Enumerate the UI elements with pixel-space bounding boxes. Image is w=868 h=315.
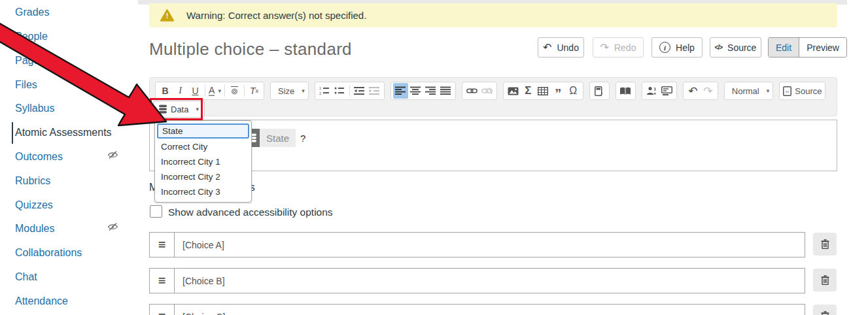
trash-icon	[821, 239, 829, 249]
list-group: 12	[315, 82, 385, 100]
warning-triangle-icon: !	[160, 9, 174, 22]
italic-icon[interactable]: I	[173, 83, 188, 99]
toolbar-redo-icon[interactable]: ↷	[701, 83, 716, 99]
feedback-card-icon[interactable]	[659, 83, 674, 99]
sidebar-item-modules[interactable]: Modules	[15, 223, 54, 235]
drag-handle-icon[interactable]: ≡	[150, 233, 175, 257]
data-token[interactable]: State ?	[245, 129, 305, 147]
sidebar-item-syllabus[interactable]: Syllabus	[15, 103, 54, 114]
trash-icon	[821, 311, 829, 315]
menu-item-state[interactable]: State	[157, 124, 249, 139]
sidebar-item-attendance[interactable]: Attendance	[15, 295, 68, 307]
data-dropdown-button[interactable]: Data ▾	[153, 101, 205, 118]
special-char-omega-icon[interactable]: Ω	[566, 83, 581, 99]
math-sigma-icon[interactable]: Σ	[521, 83, 536, 99]
align-group	[391, 82, 456, 100]
toolbar-source-button[interactable]: ‹› Source	[782, 83, 823, 99]
question-suffix: ?	[300, 133, 305, 144]
text-color-icon[interactable]: A ▾	[207, 83, 222, 99]
redo-icon: ↷	[600, 41, 609, 54]
question-editor-area[interactable]: State ?	[149, 120, 837, 171]
svg-text:♪: ♪	[600, 89, 603, 96]
preview-tab[interactable]: Preview	[799, 38, 846, 57]
toolbar-undo-icon[interactable]: ↶	[686, 83, 701, 99]
hidden-eye-icon	[107, 150, 118, 159]
image-icon[interactable]	[506, 83, 521, 99]
audio-media-icon[interactable]: ♪	[592, 83, 607, 99]
info-icon: i	[659, 42, 670, 53]
font-size-group: Size▾	[270, 82, 309, 100]
choice-row-b: ≡ [Choice B]	[149, 268, 805, 293]
unlink-icon[interactable]	[479, 83, 495, 99]
choice-text-input[interactable]: [Choice B]	[175, 269, 805, 293]
edit-preview-toggle: Edit Preview	[768, 37, 847, 58]
justify-icon[interactable]	[438, 83, 453, 99]
sidebar-item-collaborations[interactable]: Collaborations	[15, 247, 82, 259]
book-icon[interactable]	[618, 83, 633, 99]
drag-handle-icon[interactable]: ≡	[150, 305, 175, 315]
align-left-icon[interactable]	[393, 83, 408, 99]
sidebar-item-outcomes[interactable]: Outcomes	[15, 151, 63, 163]
decrease-indent-icon[interactable]	[352, 83, 367, 99]
underline-icon[interactable]: U	[188, 83, 203, 99]
token-label: State	[260, 129, 296, 147]
data-dropdown-menu: State Correct City Incorrect City 1 Inco…	[154, 120, 252, 203]
hidden-eye-icon	[107, 222, 118, 231]
sidebar-item-grades[interactable]: Grades	[15, 7, 49, 18]
overline-circle-icon[interactable]: ⊚	[227, 83, 242, 99]
page-title: Multiple choice – standard	[149, 39, 352, 59]
choice-row-c: ≡ [Choice C]	[149, 304, 805, 315]
link-icon[interactable]	[464, 83, 479, 99]
source-button[interactable]: </> Source	[710, 37, 761, 58]
menu-item-correct-city[interactable]: Correct City	[155, 139, 251, 154]
table-icon[interactable]	[536, 83, 551, 99]
book-group	[616, 82, 636, 100]
delete-choice-b-button[interactable]	[813, 269, 837, 291]
insert-group: Σ ” Ω	[503, 82, 583, 100]
menu-item-incorrect-city-3[interactable]: Incorrect City 3	[155, 184, 251, 199]
sidebar-item-people[interactable]: People	[15, 31, 48, 42]
sidebar-item-rubrics[interactable]: Rubrics	[15, 175, 50, 187]
drag-handle-icon[interactable]: ≡	[150, 269, 175, 293]
sidebar-item-quizzes[interactable]: Quizzes	[15, 199, 53, 211]
align-center-icon[interactable]	[408, 83, 423, 99]
sidebar-item-chat[interactable]: Chat	[15, 271, 37, 283]
help-button[interactable]: i Help	[651, 37, 703, 58]
edit-tab[interactable]: Edit	[769, 38, 799, 57]
trash-icon	[821, 275, 829, 285]
blockquote-icon[interactable]: ”	[551, 83, 566, 99]
sidebar-item-atomic-assessments[interactable]: Atomic Assessments	[15, 127, 112, 139]
undo-icon: ↶	[543, 41, 551, 54]
align-right-icon[interactable]	[423, 83, 438, 99]
code-icon: </>	[715, 44, 722, 51]
increase-indent-icon[interactable]	[367, 83, 382, 99]
paragraph-format-group: Normal▾	[724, 82, 773, 100]
svg-text:+: +	[653, 91, 656, 95]
undo-button[interactable]: ↶ Undo	[538, 37, 584, 58]
warning-banner: ! Warning: Correct answer(s) not specifi…	[149, 3, 837, 27]
source-group: ‹› Source	[779, 82, 825, 100]
text-style-group: B I U A ▾ ⊚ Tx	[155, 82, 264, 100]
warning-text: Warning: Correct answer(s) not specified…	[186, 10, 366, 21]
choice-text-input[interactable]: [Choice A]	[175, 233, 805, 257]
font-size-dropdown[interactable]: Size▾	[273, 83, 306, 99]
menu-item-incorrect-city-2[interactable]: Incorrect City 2	[155, 169, 251, 184]
delete-choice-c-button[interactable]	[813, 305, 837, 315]
numbered-list-icon[interactable]: 12	[317, 83, 332, 99]
redo-button[interactable]: ↷ Redo	[593, 37, 644, 58]
speaker-person-icon[interactable]: +	[644, 83, 659, 99]
bold-icon[interactable]: B	[158, 83, 173, 99]
choice-text-input[interactable]: [Choice C]	[175, 305, 805, 315]
svg-text:2: 2	[319, 91, 321, 95]
media-group: ♪	[589, 82, 610, 100]
remove-format-icon[interactable]: Tx	[247, 83, 262, 99]
bulleted-list-icon[interactable]	[332, 83, 347, 99]
paragraph-format-dropdown[interactable]: Normal▾	[727, 83, 771, 99]
svg-text:!: !	[166, 12, 169, 20]
sidebar-item-files[interactable]: Files	[15, 79, 37, 91]
accessibility-checkbox[interactable]	[150, 205, 162, 218]
active-item-indicator	[12, 122, 13, 144]
menu-item-incorrect-city-1[interactable]: Incorrect City 1	[155, 154, 251, 169]
delete-choice-a-button[interactable]	[813, 233, 837, 256]
sidebar-item-pages[interactable]: Pages	[15, 55, 44, 67]
